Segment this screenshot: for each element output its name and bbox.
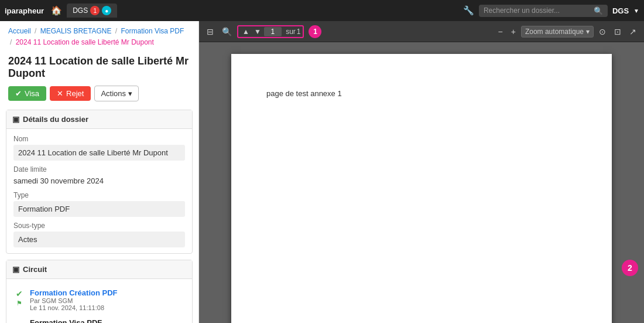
rejet-button[interactable]: ✕ Rejet xyxy=(50,86,91,101)
circuit-item-1-sub2: Le 11 nov. 2024, 11:11:08 xyxy=(30,304,185,311)
brand-label: iparapheur xyxy=(5,6,44,15)
zoom-label: Zoom automatique xyxy=(525,28,584,36)
breadcrumb-accueil[interactable]: Accueil xyxy=(8,27,31,35)
zoom-in-button[interactable]: + xyxy=(508,25,519,38)
pdf-tool-2-button[interactable]: ⊡ xyxy=(611,25,624,38)
breadcrumb-formation[interactable]: Formation Visa PDF xyxy=(121,27,184,35)
nom-value: 2024 11 Location de salle Liberté Mr Dup… xyxy=(13,145,185,161)
circuit-item-1-title[interactable]: Formation Création PDF xyxy=(30,288,185,297)
breadcrumb-sep-3: / xyxy=(10,38,14,46)
date-limite-label: Date limite xyxy=(13,165,185,174)
breadcrumb-sep-2: / xyxy=(115,27,119,35)
search-input[interactable] xyxy=(484,6,591,15)
date-limite-value: samedi 30 novembre 2024 xyxy=(13,175,185,186)
circuit-section-body: ✔ ⚑ Formation Création PDF Par SGM SGM L… xyxy=(6,279,192,323)
circuit-section: ▣ Circuit ✔ ⚑ Formation Création PDF Par… xyxy=(6,260,193,323)
pdf-viewer: ⊟ 🔍 ▲ ▼ sur 1 1 − + Zoom automatique ▾ ⊙… xyxy=(199,21,644,323)
pdf-right-tools: ⊙ ⊡ ↗ xyxy=(596,25,639,38)
circuit-item-1-icon: ✔ ⚑ xyxy=(13,289,25,307)
details-section-title: Détails du dossier xyxy=(23,115,88,124)
nom-label: Nom xyxy=(13,135,185,143)
page-sep-label: sur xyxy=(286,28,296,36)
visa-label: Visa xyxy=(25,89,39,98)
pdf-content: page de test annexe 1 2 xyxy=(199,42,644,323)
zoom-caret-icon: ▾ xyxy=(586,28,590,36)
arrow-right-icon: → xyxy=(15,319,23,323)
dgs-badge-red: 1 xyxy=(90,6,100,15)
page-sep xyxy=(283,28,285,36)
visa-button[interactable]: ✔ Visa xyxy=(8,86,46,101)
visa-check-icon: ✔ xyxy=(15,89,22,98)
circuit-section-header: ▣ Circuit xyxy=(6,260,192,279)
circuit-collapse-icon[interactable]: ▣ xyxy=(12,265,19,274)
dgs-label: DGS xyxy=(612,6,629,15)
circuit-item-1-content: Formation Création PDF Par SGM SGM Le 11… xyxy=(30,288,185,311)
breadcrumb: Accueil / MEGALIS BRETAGNE / Formation V… xyxy=(0,21,198,50)
main-layout: Accueil / MEGALIS BRETAGNE / Formation V… xyxy=(0,21,644,323)
actions-button[interactable]: Actions ▾ xyxy=(94,86,139,101)
breadcrumb-current: 2024 11 Location de salle Liberté Mr Dup… xyxy=(16,38,154,46)
dgs-tab[interactable]: DGS 1 ● xyxy=(67,4,117,18)
sous-type-value: Actes xyxy=(13,232,185,247)
action-buttons: ✔ Visa ✕ Rejet Actions ▾ xyxy=(0,86,198,110)
checkmark-icon: ✔ xyxy=(16,289,23,298)
flag-icon: ⚑ xyxy=(16,300,22,307)
pdf-search-button[interactable]: 🔍 xyxy=(219,25,235,38)
next-page-button[interactable]: ▼ xyxy=(252,27,263,36)
details-collapse-icon[interactable]: ▣ xyxy=(12,115,19,124)
circuit-item-2-icon: → ☑ xyxy=(13,319,25,323)
dgs-tab-label: DGS xyxy=(73,6,88,15)
home-icon[interactable]: 🏠 xyxy=(51,5,62,16)
pdf-toolbar: ⊟ 🔍 ▲ ▼ sur 1 1 − + Zoom automatique ▾ ⊙… xyxy=(199,21,644,42)
circuit-item-2: → ☑ Formation Visa PDF xyxy=(13,315,185,323)
circuit-section-title: Circuit xyxy=(23,265,47,274)
details-section-header: ▣ Détails du dossier xyxy=(6,110,192,129)
page-number-input[interactable] xyxy=(264,27,282,36)
page-title: 2024 11 Location de salle Liberté Mr Dup… xyxy=(0,50,198,86)
page-total: 1 xyxy=(297,28,301,36)
page-nav: ▲ ▼ sur 1 xyxy=(237,25,304,38)
actions-caret-icon: ▾ xyxy=(128,89,132,98)
sidebar-toggle-button[interactable]: ⊟ xyxy=(204,25,217,38)
details-section-body: Nom 2024 11 Location de salle Liberté Mr… xyxy=(6,129,192,253)
rejet-x-icon: ✕ xyxy=(57,89,63,98)
breadcrumb-sep-1: / xyxy=(35,27,39,35)
top-nav: iparapheur 🏠 DGS 1 ● 🔧 🔍 DGS ▼ xyxy=(0,0,644,21)
tool-icon[interactable]: 🔧 xyxy=(463,5,474,16)
pdf-tool-1-button[interactable]: ⊙ xyxy=(596,25,609,38)
annotation-badge-2: 2 xyxy=(622,260,638,276)
breadcrumb-megalis[interactable]: MEGALIS BRETAGNE xyxy=(40,27,112,35)
circuit-item-1-sub1: Par SGM SGM xyxy=(30,297,185,304)
search-icon: 🔍 xyxy=(594,6,603,15)
search-bar[interactable]: 🔍 xyxy=(479,5,608,17)
circuit-item-2-content: Formation Visa PDF xyxy=(30,318,185,323)
type-label: Type xyxy=(13,191,185,199)
circuit-item-2-title[interactable]: Formation Visa PDF xyxy=(30,318,185,323)
actions-label: Actions xyxy=(101,89,126,98)
details-section: ▣ Détails du dossier Nom 2024 11 Locatio… xyxy=(6,110,193,254)
type-value: Formation PDF xyxy=(13,201,185,217)
pdf-expand-button[interactable]: ↗ xyxy=(626,25,639,38)
pdf-page: page de test annexe 1 xyxy=(231,54,612,323)
sous-type-label: Sous-type xyxy=(13,222,185,230)
left-panel: Accueil / MEGALIS BRETAGNE / Formation V… xyxy=(0,21,199,323)
circuit-item-1: ✔ ⚑ Formation Création PDF Par SGM SGM L… xyxy=(13,285,185,315)
dgs-badge-cyan: ● xyxy=(102,6,111,15)
rejet-label: Rejet xyxy=(66,89,84,98)
zoom-out-button[interactable]: − xyxy=(495,25,506,38)
prev-page-button[interactable]: ▲ xyxy=(241,27,251,36)
annotation-badge-1: 1 xyxy=(309,25,321,38)
pdf-page-text: page de test annexe 1 xyxy=(266,89,577,98)
zoom-selector[interactable]: Zoom automatique ▾ xyxy=(521,26,594,38)
nav-caret-icon[interactable]: ▼ xyxy=(633,8,639,14)
